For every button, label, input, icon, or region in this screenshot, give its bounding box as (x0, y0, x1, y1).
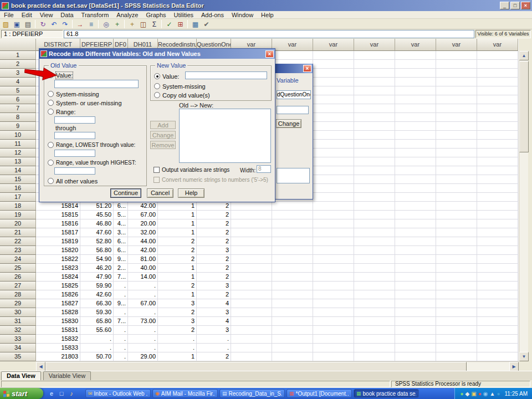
data-cell[interactable]: 4 (197, 299, 231, 308)
data-cell[interactable] (436, 149, 477, 157)
add-button[interactable]: Add (150, 121, 176, 129)
new-value-input[interactable] (185, 71, 267, 79)
data-cell[interactable] (354, 131, 395, 140)
data-cell[interactable]: 54.90 (80, 255, 114, 264)
data-cell[interactable]: 2 (158, 237, 197, 246)
data-cell[interactable] (231, 228, 272, 237)
data-cell[interactable]: 6... (114, 246, 128, 255)
data-cell[interactable]: 2... (114, 264, 128, 273)
data-cell[interactable] (436, 335, 477, 344)
data-cell[interactable]: 67.00 (128, 299, 158, 308)
data-cell[interactable] (477, 282, 518, 290)
data-cell[interactable]: 47.90 (80, 273, 114, 282)
data-cell[interactable] (313, 290, 354, 299)
row-header[interactable]: 25 (0, 264, 36, 273)
data-cell[interactable] (477, 237, 518, 246)
data-cell[interactable] (477, 149, 518, 157)
data-cell[interactable] (313, 157, 354, 166)
data-cell[interactable] (313, 264, 354, 273)
data-cell[interactable] (436, 290, 477, 299)
data-cell[interactable]: 15827 (36, 299, 80, 308)
data-cell[interactable] (436, 166, 477, 175)
data-cell[interactable]: 2 (197, 290, 231, 299)
data-cell[interactable]: 15822 (36, 255, 80, 264)
data-cell[interactable] (313, 326, 354, 335)
taskbar-task-button[interactable]: ✉Inbox - Outlook Web ... (85, 389, 151, 398)
data-cell[interactable] (354, 51, 395, 60)
data-cell[interactable] (272, 264, 313, 273)
new-value-radio[interactable]: Value: (154, 73, 179, 80)
data-cell[interactable]: 2 (197, 255, 231, 264)
data-cell[interactable] (231, 202, 272, 211)
data-cell[interactable] (354, 264, 395, 273)
data-cell[interactable]: 1 (158, 264, 197, 273)
data-cell[interactable] (313, 255, 354, 264)
vertical-scrollbar-thumb[interactable] (519, 61, 529, 152)
data-cell[interactable] (477, 228, 518, 237)
row-header[interactable]: 13 (0, 157, 36, 166)
data-cell[interactable] (313, 60, 354, 69)
spellcheck-icon[interactable]: ✔ (201, 19, 212, 29)
row-header[interactable]: 11 (0, 140, 36, 149)
data-cell[interactable] (354, 308, 395, 317)
taskbar-task-button[interactable]: ▦book practice data se... (354, 389, 419, 398)
data-cell[interactable]: 15831 (36, 326, 80, 335)
data-cell[interactable] (477, 193, 518, 202)
data-cell[interactable] (436, 86, 477, 95)
quicklaunch-ie-icon[interactable]: e (48, 390, 55, 397)
data-cell[interactable]: 73.00 (128, 317, 158, 326)
horizontal-scrollbar-thumb[interactable] (45, 362, 467, 371)
data-cell[interactable] (313, 122, 354, 131)
data-cell[interactable] (395, 317, 436, 326)
data-cell[interactable] (313, 51, 354, 60)
quicklaunch-show-desktop-icon[interactable]: □ (58, 390, 65, 397)
data-cell[interactable] (477, 140, 518, 149)
data-cell[interactable] (395, 273, 436, 282)
data-cell[interactable] (272, 246, 313, 255)
minimize-icon[interactable]: _ (500, 2, 509, 9)
menu-graphs[interactable]: Graphs (142, 11, 170, 19)
range-from-input[interactable] (54, 116, 95, 124)
data-cell[interactable] (354, 149, 395, 157)
print-icon[interactable]: ▤ (23, 19, 33, 29)
tray-messenger-icon[interactable]: ● (461, 391, 464, 397)
data-cell[interactable] (395, 95, 436, 104)
data-cell[interactable] (272, 273, 313, 282)
restore-icon[interactable]: □ (510, 2, 520, 9)
data-cell[interactable]: 15823 (36, 264, 80, 273)
old-all-other-radio[interactable]: All other values (48, 177, 98, 185)
row-header[interactable]: 27 (0, 282, 36, 290)
data-cell[interactable]: . (128, 290, 158, 299)
data-cell[interactable]: 9... (114, 299, 128, 308)
data-cell[interactable] (477, 86, 518, 95)
data-cell[interactable] (231, 352, 272, 361)
open-file-icon[interactable]: ▨ (1, 19, 11, 29)
menu-addons[interactable]: Add-ons (197, 11, 228, 19)
menu-data[interactable]: Data (57, 11, 77, 19)
data-cell[interactable] (477, 60, 518, 69)
data-cell[interactable] (395, 255, 436, 264)
data-cell[interactable] (354, 157, 395, 166)
help-button[interactable]: Help (178, 188, 204, 198)
data-cell[interactable]: 15825 (36, 282, 80, 290)
data-cell[interactable]: 15828 (36, 308, 80, 317)
data-cell[interactable]: 2 (197, 352, 231, 361)
taskbar-task-button[interactable]: ◉AIM Mail - Mozilla Fir... (152, 389, 218, 398)
data-cell[interactable]: 15832 (36, 335, 80, 344)
data-cell[interactable] (313, 193, 354, 202)
data-cell[interactable] (231, 326, 272, 335)
data-cell[interactable] (436, 237, 477, 246)
data-cell[interactable] (477, 122, 518, 131)
output-strings-checkbox[interactable]: Output variables are strings (154, 166, 229, 173)
data-cell[interactable] (436, 326, 477, 335)
old-range-lowest-radio[interactable]: Range, LOWEST through value: (48, 141, 135, 149)
menu-edit[interactable]: Edit (18, 11, 36, 19)
weight-cases-icon[interactable]: Σ (149, 19, 160, 29)
data-cell[interactable]: . (128, 308, 158, 317)
data-cell[interactable] (272, 51, 313, 60)
data-cell[interactable] (436, 282, 477, 290)
data-cell[interactable] (231, 317, 272, 326)
data-cell[interactable] (272, 255, 313, 264)
data-cell[interactable] (477, 308, 518, 317)
data-cell[interactable] (395, 352, 436, 361)
